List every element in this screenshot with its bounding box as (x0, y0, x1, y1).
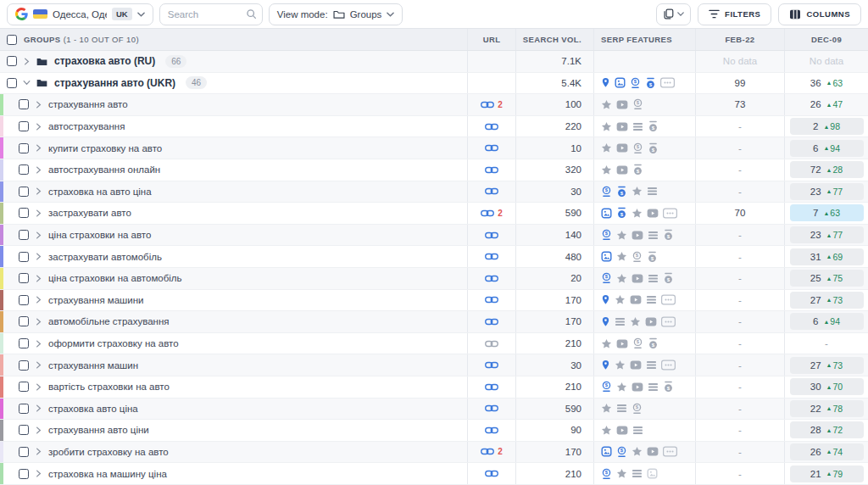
chevron-right-icon[interactable] (24, 58, 30, 65)
position-value: 72 (810, 164, 821, 175)
link-icon[interactable] (485, 318, 498, 326)
link-icon[interactable] (485, 383, 498, 391)
reviews-icon (601, 164, 612, 176)
local-pack-icon (601, 360, 610, 371)
column-header-dec-09[interactable]: DEC-09 (784, 29, 868, 50)
link-icon[interactable] (485, 123, 498, 131)
row-checkbox[interactable] (19, 187, 29, 197)
link-icon[interactable] (485, 253, 498, 260)
chevron-right-icon[interactable] (36, 187, 42, 195)
row-checkbox[interactable] (19, 338, 29, 348)
row-checkbox[interactable] (19, 425, 29, 435)
chevron-right-icon[interactable] (36, 166, 42, 174)
folder-icon (36, 57, 47, 66)
svg-text:$: $ (636, 404, 639, 410)
sitelinks-icon (632, 122, 643, 131)
link-icon[interactable] (485, 404, 498, 412)
position-value: 6 (813, 143, 818, 153)
row-checkbox[interactable] (19, 252, 29, 262)
link-icon[interactable] (481, 209, 494, 217)
video-icon (630, 360, 642, 370)
search-volume: 170 (515, 442, 593, 463)
position-dec-09-badge: 23▲77 (790, 183, 864, 200)
chevron-right-icon[interactable] (36, 231, 42, 239)
row-checkbox[interactable] (19, 382, 29, 392)
columns-button[interactable]: COLUMNS (778, 3, 861, 25)
ads-top-icon: $ (616, 186, 627, 198)
ads-top-icon: $ (663, 229, 674, 241)
select-all-checkbox[interactable] (7, 35, 17, 45)
link-icon[interactable] (481, 101, 494, 109)
language-badge: UK (112, 8, 132, 20)
row-checkbox[interactable] (7, 56, 17, 66)
row-checkbox[interactable] (19, 447, 29, 457)
search-box[interactable] (159, 3, 263, 25)
column-header-serp-features[interactable]: SERP FEATURES (593, 29, 695, 50)
row-checkbox[interactable] (19, 164, 29, 175)
row-checkbox[interactable] (19, 404, 29, 414)
chevron-right-icon[interactable] (36, 383, 42, 391)
search-volume: 10 (515, 137, 593, 159)
chevron-down-icon[interactable] (23, 80, 31, 86)
search-input[interactable] (168, 9, 241, 20)
column-header-search-vol[interactable]: SEARCH VOL. (515, 29, 593, 50)
chevron-right-icon[interactable] (36, 340, 42, 348)
keyword-name: страхування авто ціни (48, 425, 149, 435)
chevron-right-icon[interactable] (36, 404, 42, 412)
chevron-right-icon[interactable] (36, 253, 42, 260)
link-icon[interactable] (485, 340, 498, 348)
chevron-right-icon[interactable] (36, 426, 42, 434)
ads-bottom-icon: $ (632, 98, 643, 110)
chevron-right-icon[interactable] (36, 101, 42, 109)
row-checkbox[interactable] (19, 469, 29, 479)
link-icon[interactable] (485, 296, 498, 304)
keyword-color-strip (0, 463, 3, 484)
svg-text:$: $ (667, 276, 670, 282)
sitelinks-icon (648, 231, 659, 240)
search-volume: 220 (515, 116, 593, 137)
row-checkbox[interactable] (19, 360, 29, 371)
filters-button[interactable]: FILTERS (698, 3, 771, 25)
position-feb-22: - (695, 399, 784, 420)
link-icon[interactable] (485, 166, 498, 174)
row-checkbox[interactable] (19, 273, 29, 283)
position-feb-22: - (695, 354, 784, 376)
keyword-name: застрахувати авто (48, 208, 131, 218)
table-row: страхування авто ціни90-28▲72 (0, 420, 868, 442)
row-checkbox[interactable] (7, 78, 17, 88)
chevron-right-icon[interactable] (36, 123, 42, 131)
view-mode-selector[interactable]: View mode: Groups (269, 3, 403, 25)
ads-top-icon: $ (663, 272, 674, 284)
link-icon[interactable] (485, 426, 498, 434)
chevron-right-icon[interactable] (36, 318, 42, 326)
row-checkbox[interactable] (19, 295, 29, 305)
chevron-right-icon[interactable] (36, 296, 42, 304)
chevron-right-icon[interactable] (36, 144, 42, 152)
project-selector[interactable]: Одесса, Одес... UK (7, 3, 153, 25)
chevron-right-icon[interactable] (36, 448, 42, 455)
svg-text:$: $ (652, 342, 655, 348)
link-icon[interactable] (485, 470, 498, 477)
chevron-right-icon[interactable] (36, 470, 42, 477)
link-icon[interactable] (485, 231, 498, 239)
chevron-right-icon[interactable] (36, 209, 42, 217)
column-header-feb-22[interactable]: FEB-22 (695, 29, 784, 50)
link-icon[interactable] (485, 187, 498, 195)
position-dec-09-badge: 27▲73 (790, 292, 864, 309)
row-checkbox[interactable] (19, 143, 29, 153)
link-icon[interactable] (481, 448, 494, 455)
row-checkbox[interactable] (19, 208, 29, 218)
link-icon[interactable] (485, 275, 498, 282)
position-dec-09-badge: 36▲63 (790, 75, 864, 92)
link-icon[interactable] (485, 144, 498, 152)
column-header-url[interactable]: URL (467, 29, 515, 50)
svg-text:$: $ (652, 125, 655, 131)
chevron-right-icon[interactable] (36, 361, 42, 369)
row-checkbox[interactable] (19, 230, 29, 240)
row-checkbox[interactable] (19, 121, 29, 131)
row-checkbox[interactable] (19, 316, 29, 326)
chevron-right-icon[interactable] (36, 275, 42, 282)
row-checkbox[interactable] (19, 99, 29, 109)
copy-report-button[interactable] (656, 3, 691, 25)
link-icon[interactable] (485, 361, 498, 369)
